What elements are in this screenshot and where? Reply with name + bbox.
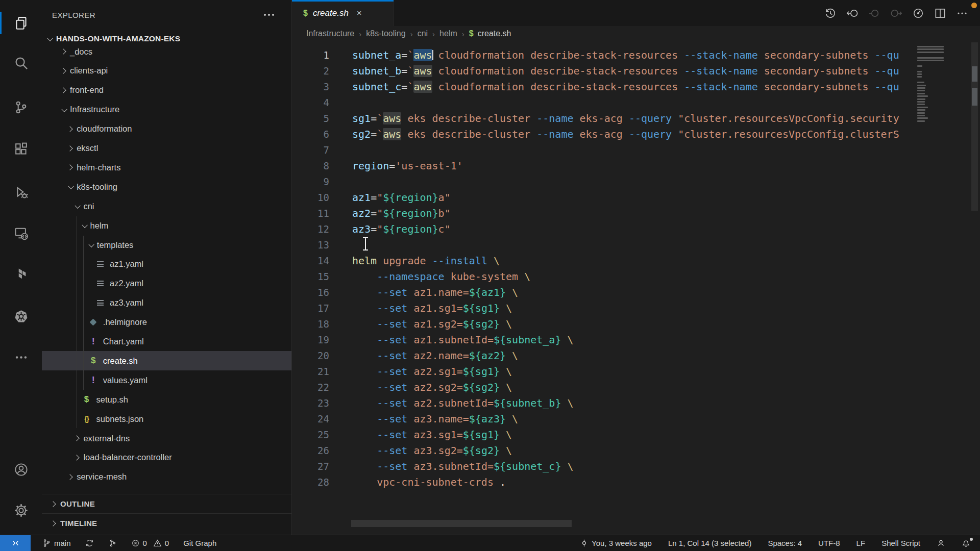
code-line-18[interactable]: 18 --set az1.sg2=${sg2} \ (292, 316, 916, 332)
search-icon[interactable] (0, 51, 42, 75)
commit-info[interactable]: You, 3 weeks ago (578, 539, 653, 547)
language-mode[interactable]: Shell Script (880, 539, 922, 547)
more-views-icon[interactable] (0, 345, 42, 369)
tree-item-helm[interactable]: helm (42, 216, 291, 235)
sync-changes-icon[interactable] (84, 539, 95, 547)
code-line-20[interactable]: 20 --set az2.name=${az2} \ (292, 348, 916, 364)
cursor-position[interactable]: Ln 1, Col 14 (3 selected) (667, 539, 753, 547)
code-line-1[interactable]: 1subnet_a=`aws cloudformation describe-s… (292, 47, 916, 63)
split-editor-icon[interactable] (934, 7, 947, 20)
tree-item-az2.yaml[interactable]: az2.yaml (42, 274, 291, 293)
feedback-icon[interactable] (935, 539, 947, 547)
breadcrumb-file[interactable]: $create.sh (469, 29, 511, 38)
timeline-section-header[interactable]: TIMELINE (42, 513, 291, 533)
vertical-scrollbar[interactable] (971, 41, 978, 535)
more-actions-icon[interactable] (955, 7, 969, 20)
eol-setting[interactable]: LF (855, 539, 867, 547)
previous-change-disabled-icon[interactable] (868, 7, 881, 20)
remote-indicator[interactable] (0, 535, 31, 551)
code-line-16[interactable]: 16 --set az1.name=${az1} \ (292, 285, 916, 300)
code-line-17[interactable]: 17 --set az1.sg1=${sg1} \ (292, 300, 916, 316)
tree-root-folder[interactable]: HANDS-ON-WITH-AMAZON-EKS (42, 30, 291, 48)
tree-item-helm-charts[interactable]: helm-charts (42, 158, 291, 177)
breadcrumb-item-Infrastructure[interactable]: Infrastructure (306, 29, 354, 38)
code-line-8[interactable]: 8region='us-east-1' (292, 158, 916, 174)
breadcrumb-item-k8s-tooling[interactable]: k8s-tooling (366, 29, 405, 38)
sidebar-more-actions-icon[interactable] (264, 14, 274, 16)
minimap[interactable] (916, 41, 967, 535)
code-line-content: vpc-cni-subnet-crds . (329, 474, 506, 490)
tree-item-cloudformation[interactable]: cloudformation (42, 119, 291, 139)
outline-section-header[interactable]: OUTLINE (42, 494, 291, 513)
tree-item-subnets.json[interactable]: {}subnets.json (42, 409, 291, 429)
previous-change-icon[interactable] (846, 7, 859, 20)
tree-item-setup.sh[interactable]: $setup.sh (42, 390, 291, 409)
tree-item-load-balancer-controller[interactable]: load-balancer-controller (42, 448, 291, 467)
code-line-6[interactable]: 6sg2=`aws eks describe-cluster --name ek… (292, 127, 916, 142)
code-line-24[interactable]: 24 --set az3.name=${az3} \ (292, 411, 916, 427)
code-line-25[interactable]: 25 --set az3.sg1=${sg1} \ (292, 427, 916, 443)
horizontal-scrollbar[interactable] (351, 520, 572, 527)
tree-item-values.yaml[interactable]: !values.yaml (42, 370, 291, 390)
kubernetes-icon[interactable] (0, 304, 42, 329)
code-line-3[interactable]: 3subnet_c=`aws cloudformation describe-s… (292, 79, 916, 95)
code-line-5[interactable]: 5sg1=`aws eks describe-cluster --name ek… (292, 111, 916, 127)
code-editor[interactable]: 1subnet_a=`aws cloudformation describe-s… (292, 41, 980, 535)
problems-indicator[interactable]: 0 0 (130, 539, 171, 547)
code-line-28[interactable]: 28 vpc-cni-subnet-crds . (292, 474, 916, 490)
tree-item-_docs[interactable]: _docs (42, 48, 291, 61)
extensions-icon[interactable] (0, 137, 42, 161)
explorer-icon[interactable] (0, 11, 42, 35)
tree-item-az3.yaml[interactable]: az3.yaml (42, 293, 291, 313)
code-line-27[interactable]: 27 --set az3.subnetId=${subnet_c} \ (292, 459, 916, 474)
code-line-12[interactable]: 12az3="${region}c" (292, 221, 916, 237)
tree-item-front-end[interactable]: front-end (42, 81, 291, 100)
tree-item-templates[interactable]: templates (42, 235, 291, 255)
code-line-26[interactable]: 26 --set az3.sg2=${sg2} \ (292, 443, 916, 459)
git-graph-status-icon[interactable] (107, 539, 118, 547)
settings-gear-icon[interactable] (0, 498, 42, 522)
code-line-14[interactable]: 14helm upgrade --install \ (292, 253, 916, 269)
tree-item-label: _docs (70, 48, 92, 57)
close-icon[interactable]: × (357, 8, 362, 18)
next-change-disabled-icon[interactable] (890, 7, 903, 20)
local-history-icon[interactable] (824, 7, 837, 20)
tree-item-Infrastructure[interactable]: Infrastructure (42, 100, 291, 119)
git-branch-indicator[interactable]: main (41, 539, 72, 547)
tab-create-sh[interactable]: $ create.sh × (292, 0, 394, 26)
code-line-19[interactable]: 19 --set az1.subnetId=${subnet_a} \ (292, 332, 916, 348)
git-graph-view-icon[interactable] (912, 7, 925, 20)
source-control-icon[interactable] (0, 95, 42, 119)
code-line-7[interactable]: 7 (292, 142, 916, 158)
notifications-bell-icon[interactable] (960, 539, 972, 547)
git-graph-button[interactable]: Git Graph (182, 539, 218, 547)
tree-item-.helmignore[interactable]: .helmignore (42, 313, 291, 332)
tree-item-az1.yaml[interactable]: az1.yaml (42, 255, 291, 274)
code-line-15[interactable]: 15 --namespace kube-system \ (292, 269, 916, 285)
tree-item-cni[interactable]: cni (42, 196, 291, 216)
remote-explorer-icon[interactable] (0, 221, 42, 245)
code-line-10[interactable]: 10az1="${region}a" (292, 190, 916, 206)
indentation-setting[interactable]: Spaces: 4 (766, 539, 803, 547)
account-icon[interactable] (0, 457, 42, 482)
breadcrumb-item-helm[interactable]: helm (439, 29, 457, 38)
run-debug-icon[interactable] (0, 180, 42, 205)
encoding-setting[interactable]: UTF-8 (817, 539, 842, 547)
tree-item-clients-api[interactable]: clients-api (42, 61, 291, 81)
breadcrumb-item-cni[interactable]: cni (418, 29, 428, 38)
tree-item-Chart.yaml[interactable]: !Chart.yaml (42, 332, 291, 352)
code-line-13[interactable]: 13 (292, 237, 916, 253)
tree-item-external-dns[interactable]: external-dns (42, 429, 291, 448)
code-line-23[interactable]: 23 --set az2.subnetId=${subnet_b} \ (292, 395, 916, 411)
code-line-4[interactable]: 4 (292, 95, 916, 111)
tree-item-k8s-tooling[interactable]: k8s-tooling (42, 177, 291, 196)
code-line-22[interactable]: 22 --set az2.sg2=${sg2} \ (292, 380, 916, 395)
code-line-2[interactable]: 2subnet_b=`aws cloudformation describe-s… (292, 63, 916, 79)
tree-item-service-mesh[interactable]: service-mesh (42, 467, 291, 487)
terraform-icon[interactable] (0, 262, 42, 286)
code-line-21[interactable]: 21 --set az2.sg1=${sg1} \ (292, 364, 916, 380)
code-line-11[interactable]: 11az2="${region}b" (292, 206, 916, 221)
code-line-9[interactable]: 9 (292, 174, 916, 190)
tree-item-eksctl[interactable]: eksctl (42, 139, 291, 158)
tree-item-create.sh[interactable]: $create.sh (42, 351, 291, 370)
